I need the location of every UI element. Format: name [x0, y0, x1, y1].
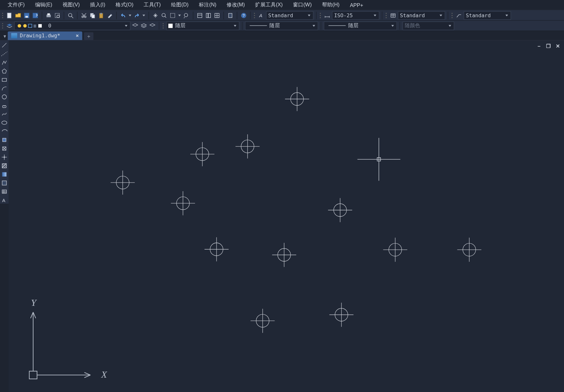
menu-view[interactable]: 视图(V) [57, 0, 85, 10]
layer-status-icons [16, 23, 46, 29]
point-entity [455, 236, 483, 263]
find-icon[interactable] [67, 11, 74, 19]
rectangle-icon[interactable] [1, 76, 8, 83]
redo-icon[interactable] [133, 11, 141, 19]
toolpalettes-icon[interactable] [213, 11, 221, 19]
layer-combo[interactable]: 0 [14, 21, 131, 30]
saveas-icon[interactable] [31, 11, 39, 19]
gradient-icon[interactable] [1, 171, 8, 178]
dim-style-icon[interactable] [323, 11, 331, 19]
new-icon[interactable] [6, 11, 13, 19]
menu-format[interactable]: 格式(O) [110, 0, 139, 10]
toolbar-grip[interactable] [253, 11, 256, 19]
zoom-realtime-icon[interactable] [160, 11, 168, 19]
arc-icon[interactable] [1, 85, 8, 92]
toolbar-grip[interactable] [162, 22, 164, 29]
layer-prev-icon[interactable] [131, 22, 139, 29]
designcenter-icon[interactable] [205, 11, 212, 19]
paste-icon[interactable] [97, 11, 105, 19]
point-icon[interactable] [1, 154, 8, 161]
toolbar-grip[interactable] [1, 22, 4, 29]
redo-dropdown[interactable] [142, 11, 146, 19]
print-icon[interactable] [45, 11, 52, 19]
construction-line-icon[interactable] [1, 50, 8, 57]
menu-window[interactable]: 窗口(W) [288, 0, 317, 10]
ellipse-arc-icon[interactable] [1, 128, 8, 135]
mleader-style-icon[interactable] [455, 11, 463, 19]
tab-close-icon[interactable]: × [76, 33, 79, 39]
open-icon[interactable] [14, 11, 22, 19]
point-entity [270, 241, 298, 268]
toolbar-grip[interactable] [1, 11, 4, 19]
mtext-icon[interactable]: A [1, 197, 8, 204]
menu-tools[interactable]: 工具(T) [139, 0, 166, 10]
zoom-window-icon[interactable] [169, 11, 177, 19]
menu-modify[interactable]: 修改(M) [222, 0, 250, 10]
dim-style-combo[interactable]: ISO-25 [332, 11, 379, 19]
pan-icon[interactable] [152, 11, 159, 19]
menu-edit[interactable]: 编辑(E) [30, 0, 57, 10]
svg-rect-0 [7, 13, 11, 18]
new-tab-button[interactable]: ＋ [84, 32, 94, 40]
menu-insert[interactable]: 插入(I) [85, 0, 110, 10]
table-icon[interactable] [1, 188, 8, 195]
undo-dropdown[interactable] [128, 11, 132, 19]
toolbar-grip[interactable] [385, 11, 387, 19]
zoom-dropdown[interactable] [177, 11, 182, 19]
help-icon[interactable]: ? [240, 11, 247, 19]
svg-rect-38 [38, 24, 42, 27]
color-combo[interactable]: 随层 [166, 21, 239, 30]
layer-state-icon[interactable] [140, 22, 147, 29]
text-style-combo[interactable]: Standard [266, 11, 313, 19]
polyline-icon[interactable] [1, 59, 8, 66]
svg-point-7 [57, 15, 59, 18]
menu-appplus[interactable]: APP+ [345, 1, 368, 9]
copy-icon[interactable] [89, 11, 96, 19]
drawing-restore-icon[interactable]: ❐ [546, 43, 551, 49]
save-icon[interactable] [23, 11, 30, 19]
document-tab-active[interactable]: Drawing1.dwg* × [8, 31, 82, 40]
line-icon[interactable] [1, 42, 8, 49]
menu-help[interactable]: 帮助(H) [317, 0, 345, 10]
insert-block-icon[interactable] [1, 137, 8, 144]
drawing-close-icon[interactable]: ✕ [555, 43, 560, 49]
mleader-style-combo[interactable]: Standard [464, 11, 511, 19]
circle-icon[interactable] [1, 94, 8, 101]
plotstyle-combo[interactable]: 随颜色 [402, 21, 454, 30]
dim-style-value: ISO-25 [334, 12, 353, 18]
menu-dim[interactable]: 标注(N) [194, 0, 222, 10]
print-preview-icon[interactable] [53, 11, 61, 19]
region-icon[interactable] [1, 179, 8, 186]
zoom-previous-icon[interactable] [183, 11, 190, 19]
svg-point-75 [334, 204, 346, 216]
table-style-value: Standard [400, 12, 425, 18]
make-block-icon[interactable] [1, 145, 8, 152]
point-entity [327, 301, 355, 328]
properties-icon[interactable] [196, 11, 204, 19]
undo-icon[interactable] [119, 11, 127, 19]
text-style-value: Standard [268, 12, 293, 18]
model-space-canvas[interactable]: – ❐ ✕ X Y [9, 41, 564, 392]
menu-express[interactable]: 扩展工具(X) [250, 0, 288, 10]
toolbar-grip[interactable] [319, 11, 322, 19]
table-style-combo[interactable]: Standard [398, 11, 445, 19]
linetype-combo[interactable]: 随层 [245, 21, 318, 30]
table-style-icon[interactable] [389, 11, 397, 19]
hatch-icon[interactable] [1, 162, 8, 170]
lineweight-combo[interactable]: 随层 [324, 21, 397, 30]
layer-iso-icon[interactable] [148, 22, 156, 29]
spline-icon[interactable] [1, 111, 8, 118]
cut-icon[interactable] [80, 11, 88, 19]
ellipse-icon[interactable] [1, 119, 8, 126]
drawing-minimize-icon[interactable]: – [537, 43, 542, 49]
polygon-icon[interactable] [1, 68, 8, 75]
toolbar-grip[interactable] [451, 11, 453, 19]
text-style-icon[interactable]: A [258, 11, 265, 19]
calc-icon[interactable] [226, 11, 234, 19]
tabstrip-menu-icon[interactable]: ▾ [2, 32, 8, 40]
layer-manager-icon[interactable] [6, 22, 13, 29]
revision-cloud-icon[interactable] [1, 102, 8, 109]
matchprop-icon[interactable] [106, 11, 114, 19]
menu-file[interactable]: 文件(F) [3, 0, 30, 10]
menu-draw[interactable]: 绘图(D) [166, 0, 194, 10]
